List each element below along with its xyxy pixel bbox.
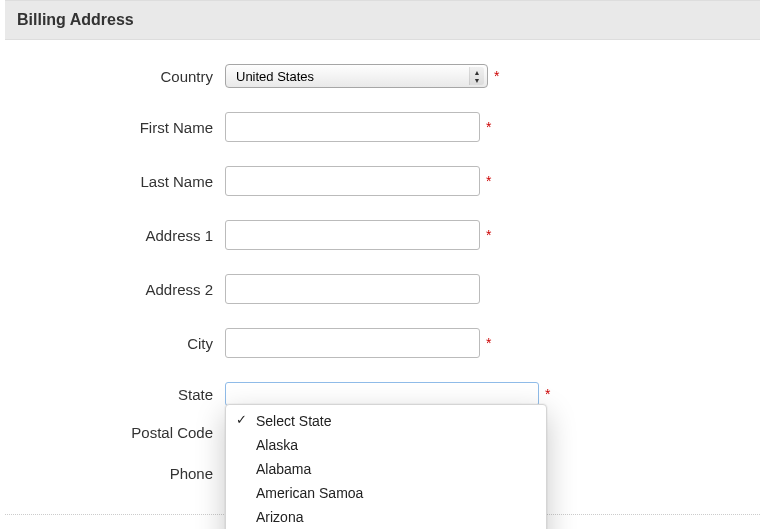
billing-address-form: Country United States ▲▼ * First Name * … — [5, 40, 760, 482]
state-dropdown: Select State Alaska Alabama American Sam… — [225, 404, 547, 529]
country-select[interactable]: United States ▲▼ — [225, 64, 488, 88]
last-name-field[interactable] — [225, 166, 480, 196]
billing-address-header: Billing Address — [5, 0, 760, 40]
city-label: City — [5, 335, 225, 352]
postal-code-label: Postal Code — [5, 424, 225, 441]
state-option[interactable]: American Samoa — [226, 481, 546, 505]
required-marker: * — [545, 387, 550, 401]
page-title: Billing Address — [17, 11, 748, 29]
select-stepper-icon: ▲▼ — [469, 67, 484, 85]
country-label: Country — [5, 68, 225, 85]
state-option[interactable]: Alaska — [226, 433, 546, 457]
state-option[interactable]: Alabama — [226, 457, 546, 481]
required-marker: * — [486, 120, 491, 134]
last-name-label: Last Name — [5, 173, 225, 190]
required-marker: * — [486, 228, 491, 242]
first-name-label: First Name — [5, 119, 225, 136]
address1-label: Address 1 — [5, 227, 225, 244]
first-name-field[interactable] — [225, 112, 480, 142]
state-option[interactable]: Select State — [226, 409, 546, 433]
country-value: United States — [236, 69, 314, 84]
state-select[interactable] — [225, 382, 539, 406]
required-marker: * — [486, 174, 491, 188]
address2-field[interactable] — [225, 274, 480, 304]
phone-label: Phone — [5, 465, 225, 482]
state-label: State — [5, 386, 225, 403]
state-option[interactable]: Arizona — [226, 505, 546, 529]
address1-field[interactable] — [225, 220, 480, 250]
required-marker: * — [486, 336, 491, 350]
city-field[interactable] — [225, 328, 480, 358]
required-marker: * — [494, 69, 499, 83]
address2-label: Address 2 — [5, 281, 225, 298]
